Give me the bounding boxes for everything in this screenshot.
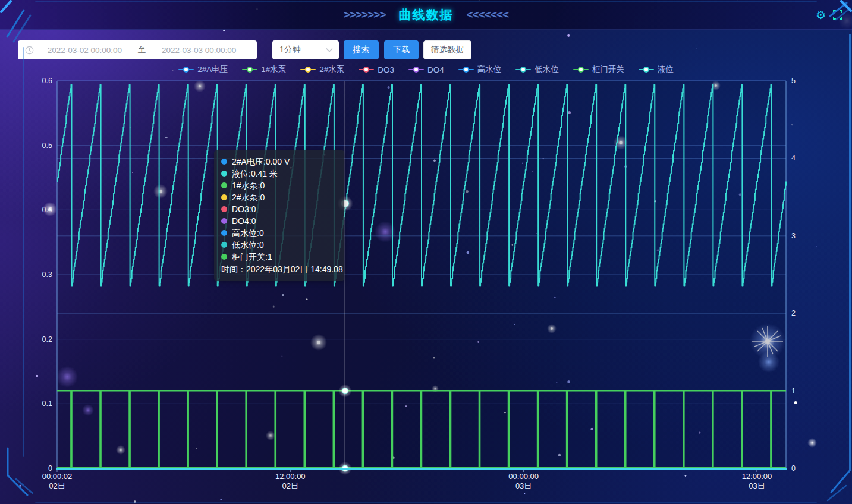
legend-item-2#水泵[interactable]: 2#水泵 [300, 64, 344, 75]
x-axis-label-date: 02日 [49, 481, 65, 490]
legend-item-低水位[interactable]: 低水位 [515, 64, 559, 75]
hover-point [342, 388, 348, 394]
legend-item-label: 高水位 [477, 64, 502, 75]
clock-icon [25, 46, 34, 55]
page-title: 曲线数据 [399, 7, 454, 23]
legend-marker [242, 66, 257, 73]
x-axis-label-date: 02日 [282, 481, 298, 490]
legend-item-柜门开关[interactable]: 柜门开关 [573, 64, 624, 75]
start-date-value[interactable]: 2022-03-02 00:00:00 [34, 46, 136, 55]
legend-item-高水位[interactable]: 高水位 [458, 64, 502, 75]
legend-item-label: 1#水泵 [261, 64, 286, 75]
legend-item-label: 液位 [658, 64, 674, 75]
legend-item-DO4[interactable]: DO4 [408, 64, 444, 75]
legend-item-label: 低水位 [535, 64, 559, 75]
download-button[interactable]: 下载 [384, 40, 419, 59]
interval-select-value: 1分钟 [279, 45, 326, 55]
legend-marker [178, 66, 194, 73]
x-axis-label-date: 03日 [515, 481, 532, 490]
header: >>>>>>> 曲线数据 <<<<<<< ⚙ [0, 0, 852, 30]
x-axis-label-time: 12:00:00 [275, 472, 306, 481]
filter-button[interactable]: 筛选数据 [423, 40, 471, 59]
y-axis-right-label: 5 [791, 77, 796, 85]
y-axis-right-label: 3 [791, 232, 796, 240]
y-axis-left-label: 0.1 [42, 399, 52, 408]
legend-marker [573, 66, 589, 73]
gear-icon[interactable]: ⚙ [816, 10, 826, 21]
legend-marker [408, 66, 424, 73]
legend-item-label: 柜门开关 [592, 64, 624, 75]
search-button[interactable]: 搜索 [344, 40, 379, 59]
y-axis-right-label: 4 [791, 154, 796, 162]
legend-marker [639, 66, 654, 73]
hover-point [341, 200, 348, 207]
legend: 2#A电压 1#水泵 2#水泵 DO3 DO4 高水位 低水位 柜门开关 液位 [0, 64, 852, 75]
legend-marker [300, 66, 316, 73]
legend-item-label: 2#A电压 [197, 64, 228, 75]
legend-item-DO3[interactable]: DO3 [359, 64, 394, 75]
chevron-down-icon [326, 48, 333, 52]
legend-item-液位[interactable]: 液位 [639, 64, 674, 75]
toolbar: 2022-03-02 00:00:00 至 2022-03-03 00:00:0… [0, 40, 852, 59]
y-axis-right-label: 0 [791, 464, 796, 472]
y-axis-right-label: 2 [791, 309, 796, 317]
y-axis-left-label: 0 [48, 464, 52, 472]
y-axis-left-label: 0.5 [42, 141, 52, 150]
title-decoration-left: >>>>>>> [344, 8, 386, 21]
legend-item-label: 2#水泵 [319, 64, 344, 75]
date-range-input[interactable]: 2022-03-02 00:00:00 至 2022-03-03 00:00:0… [18, 40, 257, 59]
x-axis-label-time: 12:00:00 [742, 472, 772, 481]
end-date-value[interactable]: 2022-03-03 00:00:00 [148, 46, 250, 55]
legend-item-label: DO4 [427, 65, 444, 74]
legend-item-1#水泵[interactable]: 1#水泵 [242, 64, 286, 75]
legend-item-2#A电压[interactable]: 2#A电压 [178, 64, 228, 75]
fullscreen-icon[interactable] [833, 10, 842, 20]
y-axis-left-label: 0.6 [42, 77, 52, 85]
app-frame: 00.10.20.30.40.50.601234500:00:0202日12:0… [0, 0, 852, 504]
y-axis-left-label: 0.3 [42, 270, 52, 279]
y-axis-left-label: 0.2 [42, 335, 52, 344]
x-axis-label-time: 00:00:02 [42, 472, 73, 481]
legend-marker [458, 66, 474, 73]
y-axis-left-label: 0.4 [42, 206, 52, 214]
chart-canvas[interactable]: 00.10.20.30.40.50.601234500:00:0202日12:0… [0, 0, 852, 504]
legend-marker [359, 66, 374, 73]
x-axis-label-time: 00:00:00 [508, 472, 539, 481]
title-decoration-right: <<<<<<< [467, 8, 509, 21]
date-separator: 至 [136, 45, 149, 55]
y-axis-right-label: 1 [791, 387, 796, 395]
interval-select[interactable]: 1分钟 [272, 40, 339, 59]
legend-item-label: DO3 [378, 65, 394, 74]
x-axis-label-date: 03日 [749, 481, 765, 490]
legend-marker [515, 66, 531, 73]
